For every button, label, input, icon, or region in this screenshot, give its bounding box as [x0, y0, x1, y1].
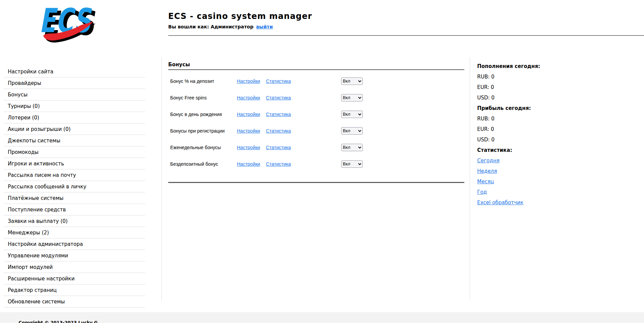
vertical-divider-left	[161, 57, 162, 300]
bonus-name: Бонусы при регистрации	[170, 128, 225, 134]
sidebar-menu-item[interactable]: Поступление средств	[4, 204, 145, 215]
bonus-name: Бонус Free spins	[170, 95, 207, 100]
currency-amount: USD: 0	[477, 92, 589, 103]
bonus-row: Бонусы при регистрации Настройки Статист…	[168, 122, 464, 139]
sidebar-menu-item[interactable]: Рассылка сообщений в личку	[4, 181, 145, 192]
bonus-settings-link[interactable]: Настройки	[237, 78, 260, 84]
sidebar-menu-item-label: Расширенные настройки	[8, 276, 74, 282]
sidebar-menu: Настройки сайта Провайдеры Бонусы Турнир…	[4, 66, 145, 307]
statistics-period-link[interactable]: Неделя	[477, 166, 589, 176]
sidebar-menu-item[interactable]: Расширенные настройки	[4, 273, 145, 284]
profit-today-values: RUB: 0 EUR: 0 USD: 0	[477, 113, 589, 145]
sidebar-menu-item-label: Джекпоты системы	[8, 138, 60, 144]
bonus-state-select[interactable]: Вкл	[341, 160, 363, 168]
sidebar-menu-item[interactable]: Промокоды	[4, 146, 145, 158]
sidebar-menu-item-label: Настройки сайта	[8, 69, 53, 75]
sidebar-menu-item[interactable]: Платёжные системы	[4, 192, 145, 204]
sidebar-menu-item[interactable]: Рассылка писем на почту	[4, 169, 145, 181]
header-divider	[168, 35, 644, 36]
bonus-row: Бонус в день рождения Настройки Статисти…	[168, 106, 464, 122]
currency-amount: RUB: 0	[477, 113, 589, 124]
statistics-period-link[interactable]: Сегодня	[477, 155, 589, 166]
bonus-statistics-link[interactable]: Статистика	[266, 145, 291, 150]
sidebar-menu-item-label: Игроки и активность	[8, 161, 64, 167]
bonus-name: Бонус в день рождения	[170, 112, 222, 117]
statistics-period-link[interactable]: Год	[477, 187, 589, 197]
sidebar-menu-item[interactable]: Провайдеры	[4, 77, 145, 89]
sidebar-menu-item-label: Менеджеры (2)	[8, 230, 49, 236]
profit-today-title: Прибыль сегодня:	[477, 103, 589, 113]
sidebar-menu-item[interactable]: Бонусы	[4, 89, 145, 100]
sidebar-menu-item[interactable]: Акции и розыгрыши (0)	[4, 123, 145, 135]
footer: Copyright © 2013-2023 Lucky G	[0, 312, 644, 323]
bonus-row: Бонус Free spins Настройки Статистика Вк…	[168, 89, 464, 106]
sidebar-menu-item-label: Обновление системы	[8, 299, 65, 305]
currency-amount: USD: 0	[477, 134, 589, 145]
sidebar-menu-item[interactable]: Джекпоты системы	[4, 135, 145, 146]
sidebar-menu-item-label: Акции и розыгрыши (0)	[8, 126, 71, 132]
bonus-settings-link[interactable]: Настройки	[237, 161, 260, 167]
bonus-name: Бонус % на депозит	[170, 78, 214, 84]
sidebar-menu-item[interactable]: Редактор страниц	[4, 284, 145, 296]
sidebar-menu-item-label: Управление модулями	[8, 253, 68, 259]
statistics-period-link[interactable]: Excel обработчик	[477, 197, 589, 208]
bonus-statistics-link[interactable]: Статистика	[266, 95, 291, 100]
sidebar-menu-item-label: Промокоды	[8, 149, 39, 155]
sidebar-menu-item-label: Поступление средств	[8, 207, 66, 213]
sidebar-menu-item[interactable]: Управление модулями	[4, 250, 145, 261]
bonus-state-select[interactable]: Вкл	[341, 94, 363, 101]
statistics-links: Сегодня Неделя Месяц Год Excel обработчи…	[477, 155, 589, 208]
bonus-state-select[interactable]: Вкл	[341, 77, 363, 85]
bonus-statistics-link[interactable]: Статистика	[266, 161, 291, 167]
bonus-row: Бонус % на депозит Настройки Статистика …	[168, 73, 464, 89]
sidebar-menu-item-label: Редактор страниц	[8, 287, 57, 293]
bonus-state-select[interactable]: Вкл	[341, 111, 363, 118]
sidebar-menu-item-label: Рассылка писем на почту	[8, 172, 76, 178]
bonus-settings-link[interactable]: Настройки	[237, 112, 260, 117]
sidebar-menu-item-label: Турниры (0)	[8, 103, 40, 109]
sidebar-menu-item-label: Платёжные системы	[8, 195, 64, 201]
ecs-logo[interactable]: ECS ECS	[38, 4, 95, 43]
bonus-statistics-link[interactable]: Статистика	[266, 128, 291, 134]
sidebar-menu-item[interactable]: Заявки на выплату (0)	[4, 215, 145, 227]
bonus-state-select[interactable]: Вкл	[341, 144, 363, 151]
bonus-row: Бездепозитный бонус Настройки Статистика…	[168, 156, 464, 172]
bonus-statistics-link[interactable]: Статистика	[266, 112, 291, 117]
login-status: Вы вошли как: Администраторвыйти	[168, 24, 273, 29]
bonus-name: Бездепозитный бонус	[170, 161, 218, 167]
page: ECS ECS ECS - casino system manager Вы в…	[0, 0, 644, 323]
deposits-today-values: RUB: 0 EUR: 0 USD: 0	[477, 71, 589, 103]
sidebar-menu-item[interactable]: Обновление системы	[4, 296, 145, 307]
currency-amount: RUB: 0	[477, 71, 589, 82]
sidebar-menu-item[interactable]: Импорт модулей	[4, 261, 145, 273]
sidebar-menu-item[interactable]: Турниры (0)	[4, 100, 145, 112]
sidebar-menu-item-label: Рассылка сообщений в личку	[8, 184, 86, 190]
deposits-today-title: Пополнения сегодня:	[477, 61, 589, 71]
section-divider-bottom	[168, 182, 464, 183]
bonus-name: Еженедельные бонусы	[170, 145, 221, 150]
logout-link[interactable]: выйти	[256, 24, 273, 29]
sidebar-menu-item-label: Провайдеры	[8, 80, 41, 86]
sidebar-menu-item-label: Бонусы	[8, 92, 27, 98]
sidebar-menu-item-label: Лотереи (0)	[8, 115, 39, 121]
sidebar-menu-item[interactable]: Менеджеры (2)	[4, 227, 145, 238]
section-divider-top	[168, 69, 464, 70]
sidebar-menu-item[interactable]: Игроки и активность	[4, 158, 145, 169]
bonus-settings-link[interactable]: Настройки	[237, 145, 260, 150]
bonus-settings-link[interactable]: Настройки	[237, 95, 260, 100]
sidebar-menu-item-label: Настройки администратора	[8, 241, 83, 247]
currency-amount: EUR: 0	[477, 82, 589, 92]
bonus-statistics-link[interactable]: Статистика	[266, 78, 291, 84]
copyright-text: Copyright © 2013-2023 Lucky G	[19, 320, 98, 323]
bonus-settings-link[interactable]: Настройки	[237, 128, 260, 134]
bonus-list: Бонус % на депозит Настройки Статистика …	[168, 73, 464, 172]
bonus-state-select[interactable]: Вкл	[341, 127, 363, 135]
statistics-period-link[interactable]: Месяц	[477, 176, 589, 187]
sidebar-menu-item-label: Заявки на выплату (0)	[8, 218, 68, 224]
right-panel: Пополнения сегодня: RUB: 0 EUR: 0 USD: 0…	[477, 61, 589, 208]
page-title: ECS - casino system manager	[168, 11, 312, 21]
sidebar-menu-item[interactable]: Настройки сайта	[4, 66, 145, 77]
sidebar-menu-item[interactable]: Настройки администратора	[4, 238, 145, 250]
sidebar-menu-item[interactable]: Лотереи (0)	[4, 112, 145, 123]
currency-amount: EUR: 0	[477, 124, 589, 134]
